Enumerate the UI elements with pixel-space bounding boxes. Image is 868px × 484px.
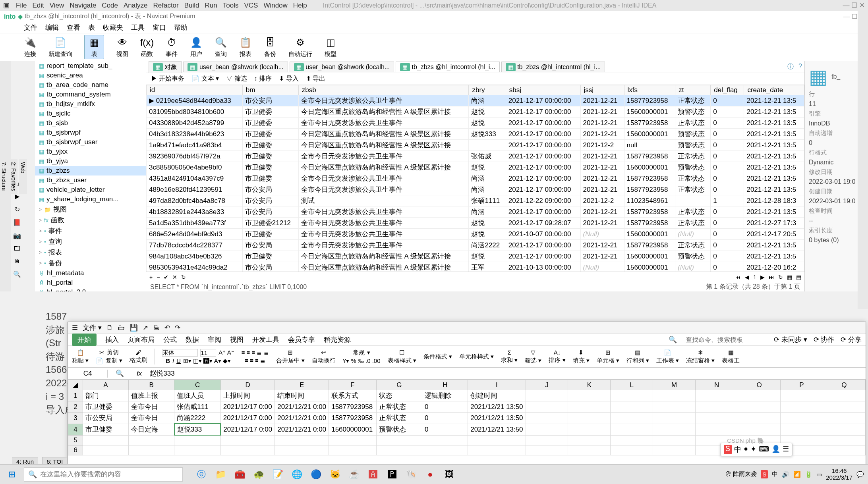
table-cell[interactable]: 0 [711, 140, 744, 151]
table-cell[interactable]: 0 [711, 106, 744, 118]
excel-cell[interactable] [611, 424, 653, 435]
table-row[interactable]: 3c885805050e4abe9bf0市卫健委今日定海区重点旅游岛屿和经营性 … [147, 162, 804, 173]
table-cell[interactable]: 0 [711, 262, 744, 272]
nv-menu-item[interactable]: 查看 [67, 23, 80, 32]
sogou-ime-icon[interactable]: S [761, 470, 768, 478]
table-cell[interactable]: 2021-12-21 [580, 95, 624, 106]
table-cell[interactable]: 全市今日无突发涉旅公共卫生事件 [298, 173, 469, 184]
excel-cell[interactable] [781, 390, 823, 401]
xl-right-action[interactable]: ⟳ 未同步 ▾ [774, 335, 807, 344]
excel-cell[interactable]: 市卫健委 [83, 401, 128, 413]
excel-cell[interactable]: 值班上报 [129, 390, 174, 401]
refresh-button[interactable]: ↻ [181, 274, 186, 280]
taskbar-search[interactable]: 🔍 [24, 467, 183, 482]
table-row[interactable]: 686e52e48d04ebf9d9d3市卫健委全市今日无突发涉旅公共卫生事件赵… [147, 229, 804, 240]
excel-cell[interactable] [468, 435, 526, 445]
col-header-B[interactable]: B [129, 380, 174, 390]
table-cell[interactable]: 2021-12-17 00:00:00 [506, 95, 580, 106]
excel-cell[interactable] [422, 435, 468, 445]
excel-cell[interactable]: 张佑威111 [174, 401, 221, 413]
col-header-I[interactable]: I [468, 380, 526, 390]
table-cell[interactable]: 市卫健委 [242, 106, 298, 118]
excel-cell[interactable]: 15600000001 [329, 424, 377, 435]
excel-cell[interactable] [568, 435, 611, 445]
col-header-M[interactable]: M [653, 380, 696, 390]
excel-cell[interactable]: 逻辑删除 [422, 390, 468, 401]
left-tab-favorites[interactable]: 2: Favorites [10, 159, 17, 194]
excel-cell[interactable]: 2021/12/17 0:00 [220, 413, 275, 424]
excel-cell[interactable]: 2021/12/17 0:00 [220, 401, 275, 413]
excel-cell[interactable] [738, 401, 781, 413]
col-header[interactable]: sbsj [506, 85, 580, 95]
excel-cell[interactable] [653, 445, 696, 455]
excel-cell[interactable]: 状态 [376, 390, 422, 401]
table-row[interactable]: 4351a84249104a4397c9市卫健委全市今日无突发涉旅公共卫生事件尚… [147, 173, 804, 184]
nv-tool-查询[interactable]: 🔍查询 [215, 36, 227, 58]
excel-row[interactable]: 2市卫健委全市今日张佑威1112021/12/17 0:002021/12/21… [68, 401, 866, 413]
table-cell[interactable]: 全市今日无突发涉旅公共卫生事件 [298, 95, 469, 106]
excel-cell[interactable] [568, 413, 611, 424]
sidebar-item[interactable]: ▦tb_sjsb [35, 118, 146, 128]
table-cell[interactable]: 市卫健委21212 [242, 218, 298, 229]
nv-menu-item[interactable]: 文件 [24, 23, 37, 32]
table-cell[interactable]: 2021-10-07 00:00:00 [506, 229, 580, 240]
excel-cell[interactable] [738, 390, 781, 401]
excel-cell[interactable] [422, 445, 468, 455]
ide-menu-run[interactable]: Run [205, 2, 217, 9]
taskbar-search-input[interactable] [40, 471, 178, 478]
excel-cell[interactable]: 2021/12/21 13:50 [468, 424, 526, 435]
first-page-button[interactable]: ⏮ [735, 274, 741, 280]
table-cell[interactable]: 0 [711, 151, 744, 162]
excel-cell[interactable]: 全市今日 [129, 413, 174, 424]
table-cell[interactable]: 11023548961 [624, 195, 675, 206]
table-cell[interactable]: 预警状态 [675, 251, 711, 262]
ide-menu-code[interactable]: Code [102, 2, 118, 9]
row-header-2[interactable]: 2 [68, 401, 83, 413]
table-cell[interactable]: 2021-12-21 [580, 173, 624, 184]
table-cell[interactable]: 2021-12-20 16:2 [744, 262, 804, 272]
table-cell[interactable]: 尚涵 [469, 173, 506, 184]
nv-menu-item[interactable]: 编辑 [45, 23, 59, 32]
table-cell[interactable]: 市卫健委 [242, 129, 298, 140]
excel-cell[interactable] [329, 435, 377, 445]
table-cell[interactable]: 2021-12-17 00:00:00 [506, 184, 580, 195]
table-cell[interactable]: 15877923958 [624, 184, 675, 195]
excel-cell[interactable] [696, 413, 738, 424]
col-header-F[interactable]: F [329, 380, 377, 390]
table-cell[interactable]: 4351a84249104a4397c9 [147, 173, 243, 184]
table-cell[interactable]: 张硕1111 [469, 195, 506, 206]
nv-tool-备份[interactable]: 🗄备份 [264, 36, 276, 58]
gutter-icon[interactable]: ↻ [15, 206, 20, 213]
table-cell[interactable]: 正常状态 [675, 151, 711, 162]
xl-ribbon-tab[interactable]: 开发工具 [252, 335, 279, 344]
table-cell[interactable]: 0 [711, 206, 744, 218]
table-cell[interactable]: 2021-12-21 [580, 151, 624, 162]
excel-cell[interactable] [129, 445, 174, 455]
sidebar-item[interactable]: ▦tb_yjya [35, 156, 146, 166]
excel-cell[interactable] [526, 401, 568, 413]
sidebar-item[interactable]: ▦report_template_sub_ [35, 61, 146, 71]
table-row[interactable]: 04b3d183238e44b9b623市卫健委今日定海区重点旅游岛屿和经营性 … [147, 129, 804, 140]
xl-ribbon-tab[interactable]: 数据 [186, 335, 199, 344]
excel-cell[interactable] [220, 435, 275, 445]
table-cell[interactable]: 市卫健委 [242, 251, 298, 262]
nv-tab[interactable]: ▦ user_bean @shwork (localh... [290, 62, 394, 72]
xl-ribbon-tab[interactable]: 会员专享 [288, 335, 315, 344]
table-cell[interactable]: 赵悦 [469, 218, 506, 229]
table-row[interactable]: 4b18832891e2443a8e33市公安局全市今日无突发涉旅公共卫生事件尚… [147, 206, 804, 218]
table-cell[interactable]: 市公安局 [242, 195, 298, 206]
grid-view-button[interactable]: ▦ [787, 274, 792, 280]
excel-cell[interactable] [220, 445, 275, 455]
excel-cell[interactable]: 值班人员 [174, 390, 221, 401]
table-cell[interactable]: 市公安局 [242, 95, 298, 106]
table-cell[interactable]: 尚涵 [469, 184, 506, 195]
table-cell[interactable]: 15600000001 [624, 106, 675, 118]
table-cell[interactable]: 全市今日无突发涉旅公共卫生事件 [298, 118, 469, 129]
nv-tool-事件[interactable]: ⏱事件 [165, 36, 178, 58]
excel-cell[interactable]: 今日定海 [129, 424, 174, 435]
col-header[interactable]: lxfs [624, 85, 675, 95]
table-cell[interactable]: 2021-12-21 [580, 251, 624, 262]
table-cell[interactable]: 2021-12-21 13:5 [744, 240, 804, 251]
excel-cell[interactable] [823, 445, 865, 455]
xl-qb-item[interactable]: 🗋 [106, 324, 113, 332]
